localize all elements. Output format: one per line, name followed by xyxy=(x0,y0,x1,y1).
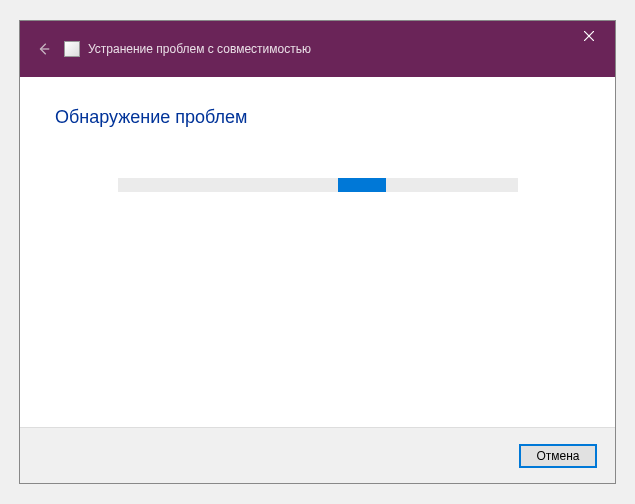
cancel-button[interactable]: Отмена xyxy=(519,444,597,468)
close-icon xyxy=(584,31,594,41)
page-heading: Обнаружение проблем xyxy=(55,107,580,128)
progress-bar xyxy=(118,178,518,192)
titlebar: Устранение проблем с совместимостью xyxy=(20,21,615,77)
progress-indicator xyxy=(338,178,386,192)
troubleshooter-window: Устранение проблем с совместимостью Обна… xyxy=(19,20,616,484)
footer: Отмена xyxy=(20,427,615,483)
arrow-left-icon xyxy=(37,42,51,56)
content-area: Обнаружение проблем xyxy=(20,77,615,427)
wizard-icon xyxy=(64,41,80,57)
back-button xyxy=(32,37,56,61)
window-title: Устранение проблем с совместимостью xyxy=(88,42,311,56)
close-button[interactable] xyxy=(569,23,609,49)
